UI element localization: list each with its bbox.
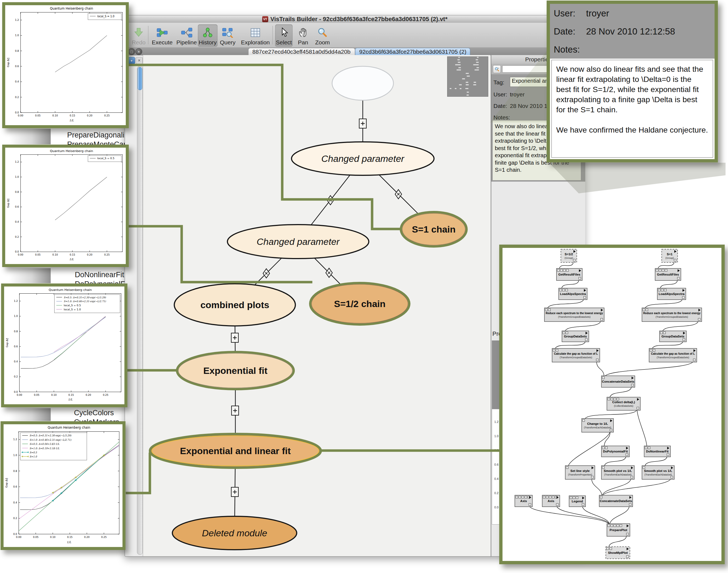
pipeline-module-concatenatedatasets[interactable]: ConcatenateDataSets (599, 495, 633, 507)
pipeline-module-concatenatedatasets[interactable]: ConcatenateDataSets (601, 376, 635, 387)
toolbar-button-history[interactable]: History (198, 24, 217, 47)
dock-close-button[interactable]: × (135, 48, 142, 55)
toolbar-button-execute[interactable]: Execute (150, 24, 174, 47)
background-window-strip (9, 408, 51, 421)
pipeline-module-reduce-each-spectrum-to-the-lowest-energy[interactable]: Reduce each spectrum to the lowest energ… (544, 308, 604, 322)
module-name: S=1 (667, 253, 673, 256)
pipeline-module-loadalpsspectra[interactable]: LoadAlpsSpectra (559, 288, 587, 300)
y-tick-label: 1.2 (13, 438, 17, 441)
version-node-label: Exponential and linear fit (180, 446, 291, 456)
pipeline-connection (596, 361, 604, 377)
version-node-s12-chain[interactable]: S=1/2 chain (310, 283, 409, 324)
pipeline-module-collect-delta-l[interactable]: Collect delta(L)(CollectDataSets) (607, 397, 640, 410)
dock-float-button[interactable]: □ (128, 48, 135, 55)
pipeline-module-calculate-the-gap-as-function-of-l[interactable]: Calculate the gap as function of L(Trans… (649, 349, 697, 362)
pipeline-module-axis[interactable]: Axis (515, 495, 532, 507)
pipeline-module-reduce-each-spectrum-to-the-lowest-energy[interactable]: Reduce each spectrum to the lowest energ… (642, 308, 702, 322)
toolbar-button-exploration[interactable]: Exploration (240, 24, 271, 47)
version-search-scope-button[interactable]: ▾ (128, 57, 135, 64)
module-package-name: (TransformGroupedDataSets) (657, 356, 689, 359)
diamond-expand-marker[interactable] (263, 269, 270, 278)
x-tick-label: 0.00 (16, 536, 21, 538)
plus-expand-marker[interactable] (232, 406, 239, 415)
toolbar-button-select[interactable]: Select (275, 24, 293, 47)
plot-title: Quantum Heisenberg chain (50, 149, 93, 153)
pipeline-module-groupdatasets[interactable]: GroupDataSets (660, 331, 686, 342)
diamond-expand-marker[interactable] (395, 190, 402, 199)
pipeline-module-change-to-1-l[interactable]: Change to 1/L(TransformEachDataSet) (582, 419, 614, 432)
y-axis-label: Gap Δ/J (7, 58, 10, 67)
x-tick-label: 0.25 (103, 394, 108, 396)
pipeline-connection (609, 535, 627, 549)
version-node-combined-plots[interactable]: combined plots (174, 284, 295, 326)
pipeline-module-getresultfiles[interactable]: GetResultFiles (655, 268, 681, 280)
pipeline-zoom-callout: S=1/2(Group)GetResultFilesLoadAlpsSpectr… (499, 245, 725, 564)
version-node-exponential-fit[interactable]: Exponential fit (177, 352, 294, 389)
pipeline-module-loadalpsspectra[interactable]: LoadAlpsSpectra (657, 288, 686, 300)
pipeline-module-smooth-plot-vs-1-l[interactable]: Smooth plot vs 1/L(TransformEachDataSet) (642, 466, 674, 479)
version-node-s1-chain[interactable]: S=1 chain (401, 212, 467, 247)
pipeline-module-set-line-style[interactable]: Set line style(TransformProperties) (565, 466, 595, 479)
toolbar-button-query[interactable]: Query (219, 24, 237, 47)
plus-expand-marker[interactable] (359, 119, 366, 128)
pipeline-minimap[interactable] (447, 56, 488, 97)
toolbar-button-label: Select (276, 39, 292, 46)
y-tick-label: 0.4 (14, 360, 18, 363)
window-title: VisTrails Builder - 92cd3b6f636a3fce27bb… (271, 16, 448, 23)
x-tick-label: 0.10 (52, 114, 58, 117)
toolbar-button-pan[interactable]: Pan (295, 24, 311, 47)
pipeline-module-s-1-2[interactable]: S=1/2(Group) (561, 249, 577, 262)
minimap-module-mark (473, 84, 476, 86)
legend-entry: S=0.5: Δ=0.31+2.30·exp(−L/3.29) (64, 296, 106, 299)
version-node-deleted-module[interactable]: Deleted module (172, 516, 297, 550)
pipeline-module-smooth-plot-vs-1-l[interactable]: Smooth plot vs 1/L(TransformEachDataSet) (601, 466, 634, 479)
properties-search-input[interactable] (502, 65, 553, 72)
module-name: GetResultFiles (657, 273, 679, 276)
legend-entry: local_S = 0.5 (97, 157, 114, 160)
toolbar-button-redo[interactable]: Redo (130, 24, 147, 47)
pipeline-module-dononlinearfit[interactable]: DoNonlinearFit (644, 446, 671, 457)
y-tick-label: 0.0 (15, 111, 19, 114)
window-titlebar[interactable]: VT VisTrails Builder - 92cd3b6f636a3fce2… (125, 15, 585, 23)
tab-bar: □ × 887ce27ecd40c3eff4581a0d5dd4a20b.xml… (125, 47, 585, 55)
pipeline-module-s-1[interactable]: S=1(Group) (662, 249, 678, 262)
pipeline-module-axis[interactable]: Axis (542, 495, 560, 507)
pipeline-module-showmplplot[interactable]: ShowMplPlot (606, 547, 630, 559)
pipeline-module-prepareplot[interactable]: PreparePlot (607, 524, 630, 536)
version-node-changed-parameter-2[interactable]: Changed parameter (228, 224, 369, 259)
plot-callout-s05-data: 0.000.050.100.150.200.250.00.20.40.60.81… (2, 145, 129, 267)
version-node-exponential-and-linear-fit[interactable]: Exponential and linear fit (150, 434, 321, 468)
x-tick-label: 0.15 (69, 114, 75, 117)
version-node-root[interactable] (332, 66, 393, 100)
y-tick-label: 0.0 (13, 533, 17, 535)
plus-expand-marker[interactable] (231, 487, 238, 497)
tab-xml-file[interactable]: 887ce27ecd40c3eff4581a0d5dd4a20b.xml (248, 48, 355, 55)
pipeline-module-dopolynomialfit[interactable]: DoPolynomialFit (601, 446, 629, 457)
search-icon[interactable] (493, 65, 501, 73)
pipeline-module-groupdatasets[interactable]: GroupDataSets (562, 331, 589, 342)
minimap-module-mark (462, 79, 465, 80)
toolbar-button-zoom[interactable]: Zoom (313, 24, 332, 47)
notes-callout-header: User: troyer Date: 28 Nov 2010 12:12:58 … (550, 4, 715, 59)
version-tree-canvas[interactable]: Changed parameterS=1 chainChanged parame… (143, 55, 490, 556)
pipeline-module-legend[interactable]: Legend (569, 496, 586, 507)
legend-entry: S=1.0 (30, 455, 37, 458)
tab-vt-file-selected[interactable]: 92cd3b6f636a3fce27bbe6a3d0631705 (2).vt* (355, 48, 470, 55)
x-tick-label: 0.10 (51, 394, 57, 396)
minimap-module-mark (457, 59, 459, 60)
minimap-module-mark (465, 88, 468, 89)
pipeline-module-getresultfiles[interactable]: GetResultFiles (556, 268, 582, 280)
select-icon (280, 27, 288, 39)
y-tick-label: 0.8 (14, 330, 18, 333)
plus-expand-marker[interactable] (231, 333, 238, 343)
scrollbar-thumb[interactable] (138, 67, 142, 90)
module-name: Reduce each spectrum to the lowest energ… (643, 312, 700, 315)
y-tick-label: 1.2 (14, 300, 18, 302)
clear-search-button[interactable]: × (136, 57, 143, 64)
diamond-expand-marker[interactable] (326, 268, 332, 277)
pipeline-module-calculate-the-gap-as-function-of-l[interactable]: Calculate the gap as function of L(Trans… (552, 349, 600, 362)
module-name: Legend (572, 500, 583, 503)
version-node-changed-parameter-1[interactable]: Changed parameter (292, 142, 434, 175)
toolbar-button-pipeline[interactable]: Pipeline (176, 24, 197, 47)
vertical-scrollbar[interactable] (137, 66, 143, 555)
